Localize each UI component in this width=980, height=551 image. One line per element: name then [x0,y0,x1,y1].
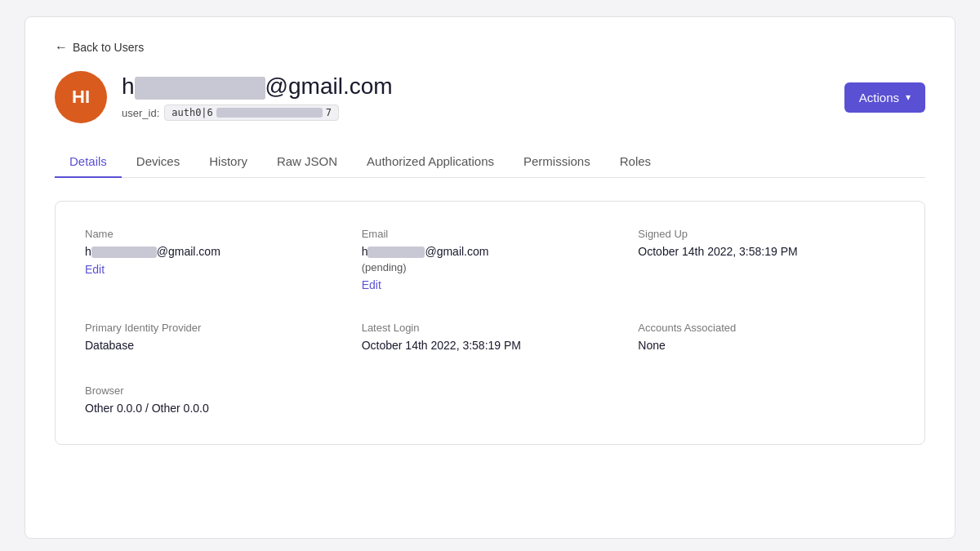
details-grid: Name h@gmail.com Edit Email h@gmail.com … [85,228,895,418]
signed-up-value: October 14th 2022, 3:58:19 PM [638,245,895,258]
name-value: h@gmail.com [85,245,342,258]
username-suffix: @gmail.com [265,73,393,99]
actions-button[interactable]: Actions ▾ [844,82,925,113]
tab-details[interactable]: Details [55,146,122,178]
username: h@gmail.com [122,73,393,100]
username-prefix: h [122,73,135,99]
accounts-associated-field: Accounts Associated None [638,322,895,355]
email-redacted [368,247,425,258]
details-card: Name h@gmail.com Edit Email h@gmail.com … [55,201,925,445]
name-label: Name [85,228,342,240]
user-id-redacted [216,108,323,118]
user-id-value: auth0|67 [164,104,339,121]
browser-label: Browser [85,384,342,397]
email-suffix: @gmail.com [425,245,488,258]
name-edit-link[interactable]: Edit [85,263,105,276]
name-redacted [91,247,157,258]
name-prefix: h [85,245,91,258]
avatar: HI [55,71,107,123]
latest-login-label: Latest Login [362,322,619,334]
user-header: HI h@gmail.com user_id: auth0|67 Actions… [55,71,925,123]
user-id-suffix: 7 [326,107,332,118]
user-info: h@gmail.com user_id: auth0|67 [122,73,393,121]
chevron-down-icon: ▾ [906,91,911,103]
latest-login-value: October 14th 2022, 3:58:19 PM [362,339,619,352]
back-to-users-link[interactable]: ← Back to Users [55,40,925,55]
user-id-row: user_id: auth0|67 [122,104,393,121]
tab-roles[interactable]: Roles [605,146,666,178]
email-value: h@gmail.com [362,245,619,258]
actions-button-label: Actions [859,91,899,104]
signed-up-label: Signed Up [638,228,895,240]
email-prefix: h [362,245,368,258]
user-id-label: user_id: [122,107,159,119]
page-container: ← Back to Users HI h@gmail.com user_id: … [24,16,956,539]
email-label: Email [362,228,619,240]
back-link-label: Back to Users [73,41,144,54]
latest-login-field: Latest Login October 14th 2022, 3:58:19 … [362,322,619,355]
browser-value: Other 0.0.0 / Other 0.0.0 [85,402,342,415]
tab-history[interactable]: History [194,146,262,178]
tab-authorized-applications[interactable]: Authorized Applications [352,146,509,178]
tab-permissions[interactable]: Permissions [509,146,605,178]
email-field: Email h@gmail.com (pending) Edit [362,228,619,292]
signed-up-field: Signed Up October 14th 2022, 3:58:19 PM [638,228,895,292]
email-edit-link[interactable]: Edit [362,278,381,291]
identity-provider-label: Primary Identity Provider [85,322,342,334]
back-arrow-icon: ← [55,40,68,55]
name-suffix: @gmail.com [157,245,220,258]
identity-provider-value: Database [85,339,342,352]
user-id-prefix: auth0|6 [172,107,213,118]
tab-devices[interactable]: Devices [122,146,194,178]
accounts-associated-label: Accounts Associated [638,322,895,334]
username-redacted [135,77,265,100]
tabs-container: Details Devices History Raw JSON Authori… [55,146,925,178]
user-header-left: HI h@gmail.com user_id: auth0|67 [55,71,393,123]
tab-raw-json[interactable]: Raw JSON [262,146,352,178]
name-field: Name h@gmail.com Edit [85,228,342,292]
browser-field: Browser Other 0.0.0 / Other 0.0.0 [85,384,342,418]
identity-provider-field: Primary Identity Provider Database [85,322,342,355]
email-pending: (pending) [362,261,619,273]
accounts-associated-value: None [638,339,895,352]
